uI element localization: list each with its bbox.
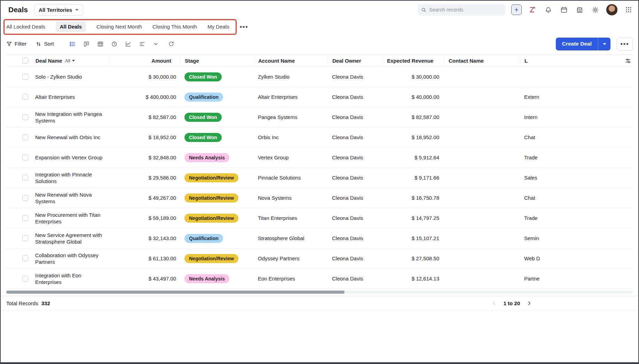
deal-name-cell[interactable]: New Renewal with Orbis Inc: [34, 133, 109, 141]
stage-badge[interactable]: Needs Analysis: [184, 274, 229, 283]
zia-icon[interactable]: [528, 5, 537, 15]
deal-name-cell[interactable]: New Integration with Pangea Systems: [34, 110, 109, 125]
stage-badge[interactable]: Closed Won: [184, 133, 222, 142]
table-row[interactable]: Altair Enterprises $ 400,000.00 Qualific…: [6, 87, 633, 107]
deal-name-cell[interactable]: New Service Agreement with Stratosphere …: [34, 231, 109, 246]
stage-badge[interactable]: Qualification: [184, 234, 223, 243]
toolbar-more-button[interactable]: •••: [617, 38, 633, 50]
refresh-icon[interactable]: [168, 41, 174, 47]
column-header-clipped[interactable]: L: [520, 55, 633, 66]
column-header-account-name[interactable]: Account Name: [254, 55, 328, 66]
stage-badge[interactable]: Closed Won: [184, 72, 222, 81]
table-row[interactable]: New Procurement with Titan Enterprises $…: [6, 208, 633, 228]
tab-all-deals[interactable]: All Deals: [56, 21, 86, 32]
search-input[interactable]: [429, 7, 502, 13]
calendar-icon[interactable]: [559, 5, 569, 15]
create-deal-dropdown[interactable]: [598, 38, 610, 50]
apps-grid-icon[interactable]: [624, 5, 633, 15]
notifications-icon[interactable]: [543, 5, 553, 15]
account-name-cell[interactable]: Altair Enterprises: [254, 93, 328, 101]
user-avatar[interactable]: [606, 4, 618, 16]
table-row[interactable]: Integration with Eon Enterprises $ 43,49…: [6, 269, 633, 289]
view-rows-icon[interactable]: [139, 41, 145, 47]
deal-name-cell[interactable]: Expansion with Vertex Group: [34, 153, 109, 161]
customize-columns-icon[interactable]: [622, 57, 631, 64]
row-checkbox[interactable]: [22, 134, 28, 140]
stage-badge[interactable]: Qualification: [184, 93, 223, 102]
column-header-expected-revenue[interactable]: Expected Revenue: [382, 55, 444, 66]
deal-name-cell[interactable]: Altair Enterprises: [34, 93, 109, 101]
previous-page-icon[interactable]: [491, 300, 497, 306]
select-all-checkbox[interactable]: [22, 58, 28, 64]
search-box[interactable]: [418, 4, 505, 16]
account-name-cell[interactable]: Eon Enterprises: [254, 275, 328, 282]
table-row[interactable]: Solo - Zylken Studio $ 30,000.00 Closed …: [6, 67, 633, 87]
row-checkbox[interactable]: [22, 235, 28, 241]
territory-selector[interactable]: All Territories: [34, 4, 83, 16]
column-header-contact-name[interactable]: Contact Name: [444, 55, 520, 66]
stage-badge[interactable]: Negotiation/Review: [184, 173, 238, 182]
row-checkbox[interactable]: [22, 195, 28, 201]
tab-all-locked-deals[interactable]: All Locked Deals: [6, 24, 45, 30]
row-checkbox[interactable]: [22, 255, 28, 261]
table-row[interactable]: New Renewal with Nova Systems $ 49,267.0…: [6, 188, 633, 208]
deal-name-cell[interactable]: Integration with Eon Enterprises: [34, 271, 109, 286]
column-header-deal-name[interactable]: Deal Name All: [34, 55, 109, 66]
view-clock-icon[interactable]: [111, 41, 118, 47]
account-name-cell[interactable]: Pinnacle Solutions: [254, 174, 328, 181]
column-header-stage[interactable]: Stage: [180, 55, 254, 66]
account-name-cell[interactable]: Pangea Systems: [254, 113, 328, 121]
account-name-cell[interactable]: Odyssey Partners: [254, 255, 328, 262]
create-deal-button[interactable]: Create Deal: [556, 38, 598, 50]
filter-button[interactable]: Filter: [6, 41, 26, 47]
row-checkbox[interactable]: [22, 276, 28, 282]
account-name-cell[interactable]: Orbis Inc: [254, 134, 328, 141]
deal-name-filter[interactable]: All: [65, 58, 75, 63]
tabs-more-button[interactable]: •••: [240, 25, 248, 29]
stage-badge[interactable]: Negotiation/Review: [184, 254, 238, 263]
table-row[interactable]: New Renewal with Orbis Inc $ 18,952.00 C…: [6, 127, 633, 148]
scrollbar-track[interactable]: [6, 291, 633, 294]
row-checkbox[interactable]: [22, 74, 28, 80]
view-table-icon[interactable]: [97, 41, 104, 47]
column-header-deal-owner[interactable]: Deal Owner: [328, 55, 382, 66]
views-chevron-down-icon[interactable]: [153, 41, 159, 47]
stage-badge[interactable]: Needs Analysis: [184, 153, 229, 162]
deal-name-cell[interactable]: New Procurement with Titan Enterprises: [34, 211, 109, 225]
row-checkbox[interactable]: [22, 175, 28, 181]
column-header-amount[interactable]: Amount: [109, 55, 180, 66]
deal-name-cell[interactable]: Solo - Zylken Studio: [34, 73, 109, 81]
account-name-cell[interactable]: Stratosphere Global: [254, 235, 328, 242]
row-checkbox[interactable]: [22, 94, 28, 100]
account-name-cell[interactable]: Nova Systems: [254, 194, 328, 201]
next-page-icon[interactable]: [526, 300, 532, 306]
deal-name-cell[interactable]: New Renewal with Nova Systems: [34, 191, 109, 205]
tab-my-deals[interactable]: My Deals: [207, 24, 229, 30]
marketplace-icon[interactable]: [575, 5, 584, 15]
account-name-cell[interactable]: Vertex Group: [254, 154, 328, 161]
stage-badge[interactable]: Closed Won: [184, 113, 222, 122]
table-row[interactable]: Integration with Pinnacle Solutions $ 29…: [6, 168, 633, 188]
tab-closing-this-month[interactable]: Closing This Month: [152, 24, 197, 30]
table-row[interactable]: Collaboration with Odyssey Partners $ 61…: [6, 248, 633, 269]
quick-create-button[interactable]: [511, 5, 522, 15]
row-checkbox[interactable]: [22, 155, 28, 160]
stage-badge[interactable]: Negotiation/Review: [184, 214, 238, 223]
row-checkbox[interactable]: [22, 114, 28, 120]
stage-badge[interactable]: Negotiation/Review: [184, 193, 238, 203]
table-row[interactable]: New Service Agreement with Stratosphere …: [6, 228, 633, 248]
tab-closing-next-month[interactable]: Closing Next Month: [96, 24, 142, 30]
view-kanban-icon[interactable]: [83, 41, 90, 47]
scrollbar-thumb[interactable]: [6, 291, 345, 294]
row-checkbox[interactable]: [22, 215, 28, 221]
deal-name-cell[interactable]: Integration with Pinnacle Solutions: [34, 171, 109, 185]
deal-name-cell[interactable]: Collaboration with Odyssey Partners: [34, 251, 109, 266]
settings-gear-icon[interactable]: [590, 5, 600, 15]
account-name-cell[interactable]: Titan Enterprises: [254, 214, 328, 222]
table-row[interactable]: New Integration with Pangea Systems $ 82…: [6, 107, 633, 127]
table-row[interactable]: Expansion with Vertex Group $ 32,848.00 …: [6, 148, 633, 168]
account-name-cell[interactable]: Zylken Studio: [254, 73, 328, 80]
view-list-icon[interactable]: [69, 41, 76, 47]
sort-button[interactable]: Sort: [36, 41, 54, 47]
view-chart-icon[interactable]: [125, 41, 132, 47]
